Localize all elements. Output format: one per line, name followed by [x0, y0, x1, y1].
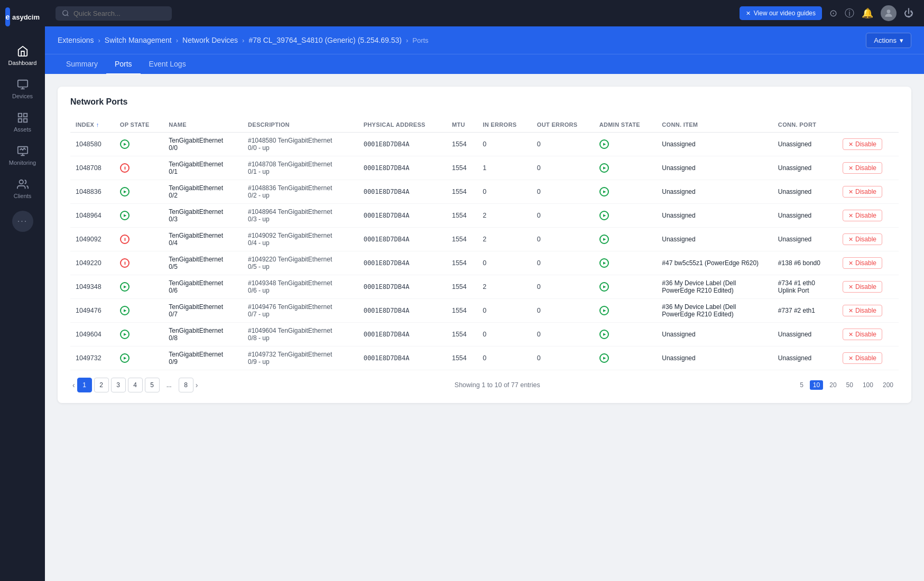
- cell-conn-item: #47 bw5c55z1 (PowerEdge R620): [657, 251, 773, 275]
- cell-name: TenGigabitEthernet 0/4: [163, 228, 243, 251]
- cell-mtu: 1554: [447, 323, 477, 346]
- cell-index: 1049348: [70, 275, 115, 299]
- breadcrumb-network-devices[interactable]: Network Devices: [182, 36, 238, 44]
- breadcrumb-switch-management[interactable]: Switch Management: [105, 36, 172, 44]
- admin-state-icon: [599, 163, 609, 173]
- x-icon: ✕: [848, 165, 853, 172]
- disable-label: Disable: [855, 283, 876, 290]
- x-icon: ✕: [848, 260, 853, 267]
- page-3-button[interactable]: 3: [111, 378, 126, 392]
- user-avatar[interactable]: [881, 5, 897, 21]
- cell-op-state: [115, 251, 164, 275]
- col-index[interactable]: INDEX: [70, 117, 115, 133]
- cell-physical-address: 0001E8D7DB4A: [358, 346, 447, 370]
- tab-ports[interactable]: Ports: [106, 54, 141, 74]
- disable-button[interactable]: ✕ Disable: [843, 281, 882, 293]
- disable-button[interactable]: ✕ Disable: [843, 233, 882, 245]
- page-size-100[interactable]: 100: [860, 380, 876, 390]
- page-1-button[interactable]: 1: [77, 378, 92, 392]
- breadcrumb-device[interactable]: #78 CL_39764_S4810 (Generic) (5.254.69.5…: [248, 36, 402, 44]
- page-size-50[interactable]: 50: [843, 380, 856, 390]
- disable-button[interactable]: ✕ Disable: [843, 329, 882, 340]
- cell-conn-port: Unassigned: [773, 228, 837, 251]
- video-guide-button[interactable]: ✕ View our video guides: [740, 6, 822, 20]
- x-icon: ✕: [848, 236, 853, 243]
- sidebar-item-assets[interactable]: Assets: [0, 106, 45, 139]
- cell-physical-address: 0001E8D7DB4A: [358, 251, 447, 275]
- page-size-10[interactable]: 10: [810, 380, 823, 390]
- cell-in-errors: 2: [477, 275, 532, 299]
- breadcrumb-extensions[interactable]: Extensions: [58, 36, 94, 44]
- cell-mtu: 1554: [447, 156, 477, 180]
- cell-admin-state: [594, 204, 657, 228]
- cell-disable-action[interactable]: ✕ Disable: [837, 156, 899, 180]
- cell-name: TenGigabitEthernet 0/5: [163, 251, 243, 275]
- prev-page-button[interactable]: ‹: [72, 381, 75, 389]
- sidebar-item-devices[interactable]: Devices: [0, 72, 45, 106]
- logo-icon: e: [5, 7, 10, 26]
- home-icon: [17, 45, 29, 57]
- page-size-5[interactable]: 5: [797, 380, 807, 390]
- search-input[interactable]: [73, 10, 158, 17]
- sidebar-label-dashboard: Dashboard: [8, 60, 37, 66]
- disable-button[interactable]: ✕ Disable: [843, 210, 882, 221]
- table-body: 1048580 TenGigabitEthernet 0/0 #1048580 …: [70, 133, 899, 370]
- page-4-button[interactable]: 4: [128, 378, 143, 392]
- cell-disable-action[interactable]: ✕ Disable: [837, 323, 899, 346]
- page-5-button[interactable]: 5: [145, 378, 160, 392]
- disable-button[interactable]: ✕ Disable: [843, 305, 882, 316]
- next-page-button[interactable]: ›: [196, 381, 198, 389]
- ports-table: INDEX OP STATE NAME DESCRIPTION PHYSICAL…: [70, 117, 899, 370]
- cell-out-errors: 0: [532, 204, 594, 228]
- disable-button[interactable]: ✕ Disable: [843, 186, 882, 198]
- svg-rect-6: [18, 119, 21, 122]
- admin-state-icon: [599, 282, 609, 292]
- cell-in-errors: 0: [477, 323, 532, 346]
- sidebar-item-monitoring[interactable]: Monitoring: [0, 139, 45, 172]
- svg-line-10: [67, 15, 69, 16]
- cell-out-errors: 0: [532, 228, 594, 251]
- cell-index: 1048964: [70, 204, 115, 228]
- breadcrumb: Extensions › Switch Management › Network…: [58, 36, 866, 44]
- table-row: 1049476 TenGigabitEthernet 0/7 #1049476 …: [70, 299, 899, 323]
- col-conn-item: CONN. ITEM: [657, 117, 773, 133]
- cell-disable-action[interactable]: ✕ Disable: [837, 275, 899, 299]
- tab-event-logs[interactable]: Event Logs: [141, 54, 195, 74]
- play-circle-icon[interactable]: ⊙: [829, 7, 837, 19]
- cell-disable-action[interactable]: ✕ Disable: [837, 299, 899, 323]
- bell-icon[interactable]: 🔔: [862, 7, 873, 19]
- cell-conn-item: Unassigned: [657, 228, 773, 251]
- cell-disable-action[interactable]: ✕ Disable: [837, 346, 899, 370]
- cell-name: TenGigabitEthernet 0/7: [163, 299, 243, 323]
- disable-button[interactable]: ✕ Disable: [843, 352, 882, 364]
- cell-disable-action[interactable]: ✕ Disable: [837, 204, 899, 228]
- disable-button[interactable]: ✕ Disable: [843, 138, 882, 150]
- sidebar-item-dashboard[interactable]: Dashboard: [0, 39, 45, 72]
- op-state-green-icon: [120, 306, 130, 315]
- cell-physical-address: 0001E8D7DB4A: [358, 228, 447, 251]
- disable-button[interactable]: ✕ Disable: [843, 257, 882, 269]
- actions-button[interactable]: Actions ▾: [866, 33, 911, 48]
- cell-op-state: [115, 228, 164, 251]
- col-actions-header: [837, 117, 899, 133]
- cell-disable-action[interactable]: ✕ Disable: [837, 228, 899, 251]
- cell-disable-action[interactable]: ✕ Disable: [837, 180, 899, 204]
- power-icon[interactable]: ⏻: [904, 8, 913, 19]
- page-size-20[interactable]: 20: [826, 380, 839, 390]
- page-size-200[interactable]: 200: [880, 380, 897, 390]
- sidebar: e asydcim Dashboard Devices Assets: [0, 0, 45, 581]
- table-row: 1048964 TenGigabitEthernet 0/3 #1048964 …: [70, 204, 899, 228]
- disable-button[interactable]: ✕ Disable: [843, 162, 882, 174]
- cell-disable-action[interactable]: ✕ Disable: [837, 251, 899, 275]
- col-mtu: MTU: [447, 117, 477, 133]
- sidebar-label-devices: Devices: [12, 93, 33, 99]
- sidebar-more-button[interactable]: ···: [12, 211, 33, 232]
- cell-disable-action[interactable]: ✕ Disable: [837, 133, 899, 156]
- info-circle-icon[interactable]: ⓘ: [845, 7, 854, 20]
- page-8-button[interactable]: 8: [179, 378, 193, 392]
- page-2-button[interactable]: 2: [94, 378, 109, 392]
- cell-index: 1049732: [70, 346, 115, 370]
- search-bar[interactable]: [56, 6, 172, 21]
- sidebar-item-clients[interactable]: Clients: [0, 172, 45, 205]
- tab-summary[interactable]: Summary: [58, 54, 106, 74]
